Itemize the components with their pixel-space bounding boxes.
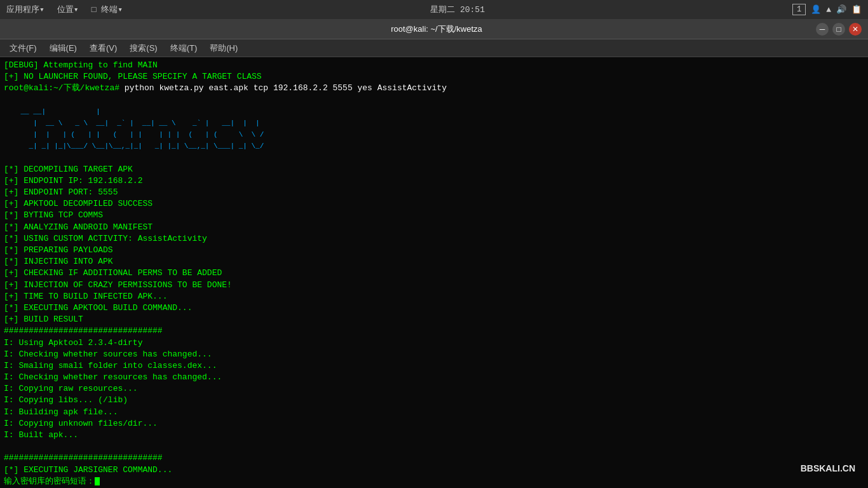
line-payloads: [*] PREPARING PAYLOADS: [4, 245, 113, 255]
line-hash2: ################################: [4, 453, 163, 463]
volume-icon: 🔊: [836, 4, 846, 15]
line-checking-resources: I: Checking whether resources has change…: [4, 372, 222, 382]
line-jarsigner: [*] EXECUTING JARSIGNER COMMAND...: [4, 465, 172, 475]
ascii-art: __ __| | | __ \ _ \ __| _` | __| __ \ _`…: [4, 108, 272, 151]
line-crazy-perms: [+] INJECTION OF CRAZY PERMISSIONS TO BE…: [4, 280, 232, 290]
line-injecting: [*] INJECTING INTO APK: [4, 257, 113, 266]
line-apktool-version: I: Using Apktool 2.3.4-dirty: [4, 338, 142, 348]
terminal-output: [DEBUG] Attempting to find MAIN [+] NO L…: [4, 60, 864, 487]
maximize-button[interactable]: □: [832, 23, 845, 36]
window-title: root@kali: ~/下载/kwetza: [57, 24, 816, 35]
line-executing-apktool: [*] EXECUTING APKTOOL BUILD COMMAND...: [4, 303, 192, 313]
line-hash1: ################################: [4, 326, 163, 336]
line-no-launcher: [+] NO LAUNCHER FOUND, PLEASE SPECIFY A …: [4, 72, 262, 81]
line-endpoint-port: [+] ENDPOINT PORT: 5555: [4, 187, 118, 197]
terminal-menu[interactable]: □ 终端▾: [92, 4, 123, 15]
menu-terminal[interactable]: 终端(T): [164, 41, 204, 55]
line-time-build: [+] TIME TO BUILD INFECTED APK...: [4, 292, 167, 301]
system-clock: 星期二 20:51: [430, 4, 485, 15]
line-byting: [*] BYTING TCP COMMS: [4, 210, 103, 220]
menu-help[interactable]: 帮助(H): [203, 41, 244, 55]
system-bar-left: 应用程序▾ 位置▾ □ 终端▾: [6, 4, 123, 15]
menu-edit[interactable]: 编辑(E): [43, 41, 83, 55]
clipboard-icon: 📋: [851, 4, 862, 15]
wifi-icon: ▲: [826, 5, 831, 15]
line-checking-perms: [+] CHECKING IF ADDITIONAL PERMS TO BE A…: [4, 268, 222, 278]
user-icon: 👤: [811, 4, 821, 15]
line-debug: [DEBUG] Attempting to find MAIN: [4, 60, 158, 70]
line-building-apk: I: Building apk file...: [4, 407, 118, 417]
line-copying-unknown: I: Copying unknown files/dir...: [4, 419, 158, 428]
location-menu[interactable]: 位置▾: [57, 4, 79, 15]
window-controls: ─ □ ✕: [816, 23, 862, 36]
line-apktool: [+] APKTOOL DECOMPILED SUCCESS: [4, 199, 153, 208]
line-smaling: I: Smaling smali folder into classes.dex…: [4, 361, 217, 370]
line-copying-libs: I: Copying libs... (/lib): [4, 395, 128, 405]
line-copying-raw: I: Copying raw resources...: [4, 384, 138, 393]
line-prompt: root@kali:~/下载/kwetza# python kwetza.py …: [4, 83, 447, 93]
line-password-prompt: 输入密钥库的密码短语：: [4, 477, 100, 486]
line-built-apk: I: Built apk...: [4, 430, 78, 440]
window-title-bar: root@kali: ~/下载/kwetza ─ □ ✕: [0, 19, 868, 39]
line-endpoint-ip: [+] ENDPOINT IP: 192.168.2.2: [4, 176, 142, 186]
line-checking-sources: I: Checking whether sources has changed.…: [4, 349, 212, 359]
menu-bar: 文件(F) 编辑(E) 查看(V) 搜索(S) 终端(T) 帮助(H): [0, 39, 868, 57]
menu-file[interactable]: 文件(F): [3, 41, 43, 55]
line-custom-activity: [*] USING CUSTOM ACTIVITY: AssistActivit…: [4, 234, 207, 243]
workspace-indicator[interactable]: 1: [792, 4, 806, 15]
close-button[interactable]: ✕: [849, 23, 862, 36]
menu-search[interactable]: 搜索(S): [123, 41, 163, 55]
menu-view[interactable]: 查看(V): [83, 41, 123, 55]
system-bar-right: 1 👤 ▲ 🔊 📋: [792, 4, 862, 15]
app-menu[interactable]: 应用程序▾: [6, 4, 44, 15]
line-manifest: [*] ANALYZING ANDROID MANIFEST: [4, 222, 153, 232]
watermark: BBSKALI.CN: [801, 463, 855, 475]
line-decompile: [*] DECOMPILING TARGET APK: [4, 165, 133, 174]
system-bar: 应用程序▾ 位置▾ □ 终端▾ 星期二 20:51 1 👤 ▲ 🔊 📋: [0, 0, 868, 19]
line-build-result: [+] BUILD RESULT: [4, 315, 83, 324]
terminal-window[interactable]: [DEBUG] Attempting to find MAIN [+] NO L…: [0, 57, 868, 488]
minimize-button[interactable]: ─: [816, 23, 829, 36]
